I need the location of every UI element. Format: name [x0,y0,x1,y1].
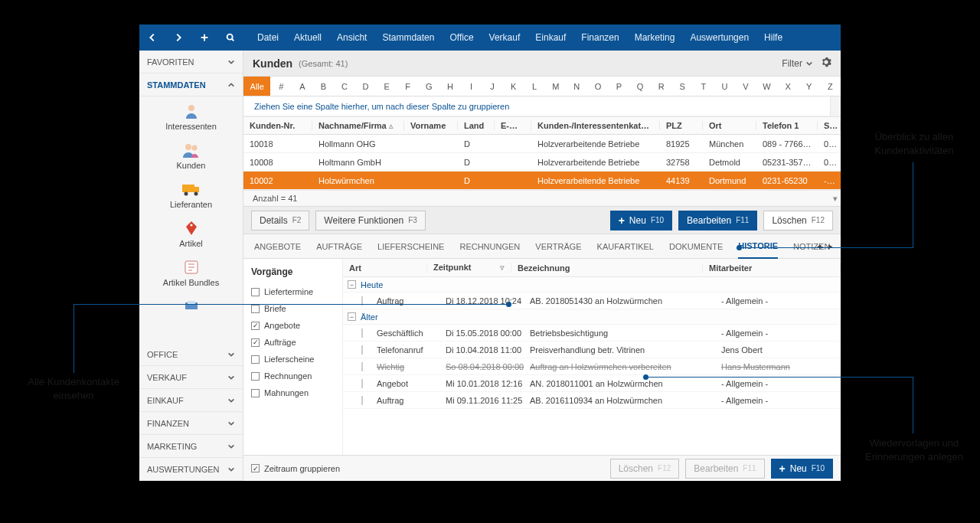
col-header[interactable]: Nachname/Firma ▵ [312,121,404,131]
history-row[interactable]: WichtigSo 08.04.2018 00:00Auftrag an Hol… [343,358,841,375]
alpha-H[interactable]: H [439,77,461,96]
alpha-V[interactable]: V [735,77,756,96]
history-edit-button[interactable]: BearbeitenF11 [685,459,764,479]
sidebar-section-stammdaten[interactable]: STAMMDATEN [139,74,243,96]
sidebar-item-more[interactable] [139,292,243,319]
alpha-X[interactable]: X [777,77,799,96]
history-col-header[interactable]: Zeitpunkt ▿ [427,263,511,273]
filter-rechnungen[interactable]: Rechnungen [251,368,335,384]
alpha-Q[interactable]: Q [629,77,651,96]
scroll-down-icon[interactable]: ▾ [833,194,838,204]
history-row[interactable]: AuftragMi 09.11.2016 11:25AB. 2016110934… [343,392,841,409]
menu-stammdaten[interactable]: Stammdaten [374,25,442,51]
alpha-W[interactable]: W [756,77,778,96]
sidebar-item-artikel[interactable]: Artikel [139,214,243,253]
filter-mahnungen[interactable]: Mahnungen [251,384,335,401]
history-row[interactable]: TelefonanrufDi 10.04.2018 11:00Preisverh… [343,342,841,358]
sidebar-item-interessenten[interactable]: Interessenten [139,96,243,136]
filter-liefertermine[interactable]: Liefertermine [251,283,335,300]
delete-customer-button[interactable]: LöschenF12 [763,211,833,230]
edit-customer-button[interactable]: BearbeitenF11 [678,211,757,230]
tab-verträge[interactable]: VERTRÄGE [535,242,581,251]
table-row[interactable]: 10018Hollmann OHGDHolzverarbeitende Betr… [243,135,841,153]
filter-aufträge[interactable]: ✓Aufträge [251,334,335,351]
history-delete-button[interactable]: LöschenF12 [610,459,680,479]
tab-dokumente[interactable]: DOKUMENTE [669,242,723,251]
history-row[interactable]: AuftragDi 18.12.2018 10:24AB. 2018051430… [343,293,841,309]
menu-hilfe[interactable]: Hilfe [756,25,790,51]
sidebar-item-lieferanten[interactable]: Lieferanten [139,175,243,214]
history-row[interactable]: AngebotMi 10.01.2018 12:16AN. 2018011001… [343,375,841,392]
alpha-#[interactable]: # [270,77,292,96]
alpha-E[interactable]: E [376,77,397,96]
history-group[interactable]: −Heute [343,277,841,293]
history-row[interactable]: GeschäftlichDi 15.05.2018 00:00Betriebsb… [343,325,841,342]
sidebar-item-artikel bundles[interactable]: Artikel Bundles [139,253,243,292]
history-new-button[interactable]: +NeuF10 [771,459,833,479]
alpha-Alle[interactable]: Alle [243,77,270,96]
filter-lieferscheine[interactable]: Lieferscheine [251,351,335,368]
col-header[interactable]: Kunden-/Interessentenkategorie [531,121,660,130]
col-header[interactable]: E-Mail [495,121,531,130]
menu-aktuell[interactable]: Aktuell [286,25,329,51]
alpha-I[interactable]: I [461,77,482,96]
sidebar-section-marketing[interactable]: MARKETING [139,435,243,458]
alpha-Z[interactable]: Z [819,77,841,96]
tab-angebote[interactable]: ANGEBOTE [254,242,301,251]
alpha-J[interactable]: J [482,77,503,96]
alpha-O[interactable]: O [587,77,609,96]
table-row[interactable]: 10002HolzwürmchenDHolzverarbeitende Betr… [243,172,841,190]
menu-auswertungen[interactable]: Auswertungen [682,25,756,51]
tab-kaufartikel[interactable]: KAUFARTIKEL [597,242,654,251]
alpha-U[interactable]: U [714,77,736,96]
col-header[interactable]: Telefon 1 [756,121,818,130]
settings-button[interactable] [821,57,831,70]
alpha-L[interactable]: L [524,77,545,96]
filter-angebote[interactable]: ✓Angebote [251,317,335,334]
menu-verkauf[interactable]: Verkauf [482,25,528,51]
alpha-A[interactable]: A [292,77,313,96]
sidebar-section-finanzen[interactable]: FINANZEN [139,412,243,435]
sidebar-section-office[interactable]: OFFICE [139,343,243,366]
col-header[interactable]: Saldo [818,121,841,130]
details-button[interactable]: DetailsF2 [251,211,309,230]
alpha-B[interactable]: B [313,77,335,96]
alpha-Y[interactable]: Y [799,77,820,96]
alpha-R[interactable]: R [651,77,672,96]
new-button[interactable] [191,25,217,51]
sidebar-section-favoriten[interactable]: FAVORITEN [139,51,243,74]
tab-historie[interactable]: HISTORIE [738,234,778,259]
tab-aufträge[interactable]: AUFTRÄGE [316,242,362,251]
alpha-D[interactable]: D [355,77,377,96]
alpha-N[interactable]: N [567,77,588,96]
history-col-header[interactable]: Art [343,263,427,273]
search-button[interactable] [217,25,243,51]
col-header[interactable]: Kunden-Nr. [243,121,312,130]
alpha-F[interactable]: F [397,77,419,96]
group-hint[interactable]: Ziehen Sie eine Spalte hierher, um nach … [243,96,841,116]
menu-ansicht[interactable]: Ansicht [329,25,374,51]
col-header[interactable]: Land [458,121,495,130]
menu-marketing[interactable]: Marketing [627,25,683,51]
new-customer-button[interactable]: +NeuF10 [610,211,672,230]
col-header[interactable]: Ort [703,121,756,130]
alpha-P[interactable]: P [609,77,630,96]
sidebar-section-einkauf[interactable]: EINKAUF [139,389,243,412]
table-row[interactable]: 10008Holtmann GmbHDHolzverarbeitende Bet… [243,153,841,172]
tab-scroll-arrows[interactable]: ◂ ▸ [817,241,833,251]
menu-office[interactable]: Office [442,25,481,51]
alpha-S[interactable]: S [671,77,693,96]
sidebar-item-kunden[interactable]: Kunden [139,136,243,175]
tab-rechnungen[interactable]: RECHNUNGEN [459,242,520,251]
filter-briefe[interactable]: Briefe [251,300,335,317]
alpha-M[interactable]: M [545,77,567,96]
alpha-K[interactable]: K [503,77,524,96]
sidebar-section-verkauf[interactable]: VERKAUF [139,366,243,389]
nav-forward-button[interactable] [165,25,191,51]
nav-back-button[interactable] [139,25,165,51]
col-header[interactable]: Vorname [404,121,458,130]
history-group[interactable]: −Älter [343,309,841,325]
col-header[interactable]: PLZ [660,121,703,130]
alpha-C[interactable]: C [334,77,355,96]
scrollbar-vertical[interactable] [830,96,841,116]
